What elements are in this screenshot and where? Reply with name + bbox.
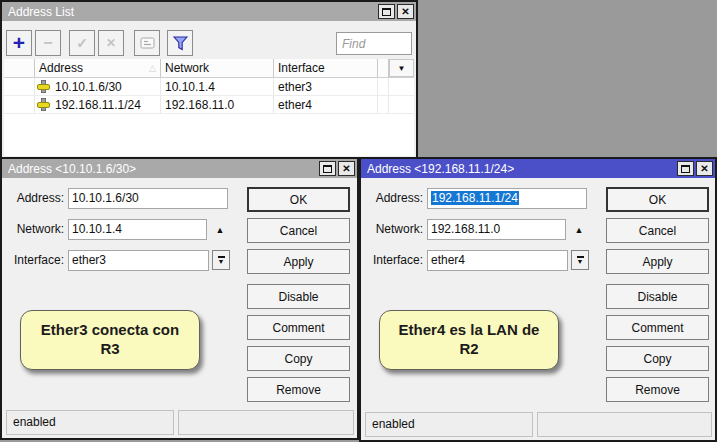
maximize-button[interactable] bbox=[378, 4, 395, 19]
close-button[interactable]: ✕ bbox=[696, 161, 713, 176]
cell-address: 10.10.1.6/30 bbox=[55, 80, 122, 94]
minus-icon: − bbox=[43, 34, 52, 52]
maximize-button[interactable] bbox=[677, 161, 694, 176]
address-label: Address: bbox=[2, 188, 64, 209]
comment-button[interactable]: Comment bbox=[606, 315, 709, 340]
network-field[interactable]: 192.168.11.0 bbox=[427, 219, 566, 240]
disable-button[interactable]: Disable bbox=[606, 284, 709, 309]
status-text: enabled bbox=[6, 410, 174, 435]
interface-dropdown-button[interactable]: ▼ bbox=[571, 250, 589, 270]
cell-interface: ether3 bbox=[274, 78, 378, 95]
window-title: Address <10.10.1.6/30> bbox=[8, 162, 317, 176]
filter-button[interactable] bbox=[167, 30, 193, 56]
network-label: Network: bbox=[361, 219, 423, 240]
cell-interface: ether4 bbox=[274, 96, 378, 113]
apply-button[interactable]: Apply bbox=[606, 249, 709, 274]
arrow-up-icon: ▲ bbox=[216, 225, 225, 235]
copy-button[interactable]: Copy bbox=[247, 346, 350, 371]
header-cell-interface[interactable]: Interface bbox=[274, 59, 378, 77]
header-cell-blank[interactable] bbox=[4, 59, 35, 77]
cross-icon: ✕ bbox=[106, 36, 116, 50]
enable-button[interactable]: ✓ bbox=[69, 30, 95, 56]
interface-label: Interface: bbox=[361, 250, 423, 271]
close-button[interactable]: ✕ bbox=[338, 161, 355, 176]
filter-icon bbox=[172, 35, 189, 52]
close-icon: ✕ bbox=[342, 164, 350, 174]
disable-button[interactable]: Disable bbox=[247, 284, 350, 309]
window-title: Address List bbox=[8, 5, 376, 19]
dialog-titlebar[interactable]: Address <10.10.1.6/30> ✕ bbox=[2, 159, 357, 178]
desktop: { "desktop": { "background": "#9a9a9a" }… bbox=[0, 0, 717, 442]
annotation-note: Ether3 conecta con R3 bbox=[20, 310, 200, 370]
network-label: Network: bbox=[2, 219, 64, 240]
disable-button[interactable]: ✕ bbox=[98, 30, 124, 56]
address-field[interactable]: 10.10.1.6/30 bbox=[68, 188, 228, 209]
chevron-down-icon: ▼ bbox=[398, 64, 406, 73]
arrow-up-icon: ▲ bbox=[575, 225, 584, 235]
address-table: Address △ Network Interface ▼ 10.10.1.6/… bbox=[4, 59, 414, 156]
header-cell-address[interactable]: Address △ bbox=[35, 59, 161, 77]
plus-icon: + bbox=[13, 32, 25, 53]
header-cell-spacer bbox=[378, 59, 389, 77]
ok-button[interactable]: OK bbox=[606, 187, 709, 212]
selected-text: 192.168.11.1/24 bbox=[431, 191, 519, 205]
remove-button[interactable]: − bbox=[35, 30, 61, 56]
column-menu-button[interactable]: ▼ bbox=[389, 59, 414, 77]
address-dialog-ether3: Address <10.10.1.6/30> ✕ Address: 10.10.… bbox=[0, 157, 359, 440]
status-cell-empty bbox=[537, 412, 712, 437]
interface-label: Interface: bbox=[2, 250, 64, 271]
network-up-arrow[interactable]: ▲ bbox=[570, 219, 588, 240]
address-dialog-ether4: Address <192.168.11.1/24> ✕ Address: 192… bbox=[359, 157, 717, 442]
combo-down-icon: ▼ bbox=[577, 259, 584, 265]
comment-button[interactable]: Comment bbox=[247, 315, 350, 340]
network-field[interactable]: 10.10.1.4 bbox=[68, 219, 207, 240]
interface-dropdown-button[interactable]: ▼ bbox=[212, 250, 230, 270]
address-list-window: Address List ✕ + − ✓ ✕ Address △ bbox=[0, 0, 418, 160]
maximize-icon bbox=[681, 165, 690, 173]
table-row[interactable]: 192.168.11.1/24 192.168.11.0 ether4 bbox=[4, 96, 414, 114]
find-input[interactable] bbox=[336, 32, 412, 55]
cell-network: 10.10.1.4 bbox=[161, 78, 274, 95]
table-header: Address △ Network Interface ▼ bbox=[4, 59, 414, 78]
window-title: Address <192.168.11.1/24> bbox=[367, 162, 675, 176]
cancel-button[interactable]: Cancel bbox=[606, 218, 709, 243]
address-field[interactable]: 192.168.11.1/24 bbox=[427, 188, 587, 209]
ip-address-icon bbox=[37, 98, 50, 111]
check-icon: ✓ bbox=[76, 35, 88, 51]
maximize-icon bbox=[382, 8, 391, 16]
interface-field[interactable]: ether4 bbox=[427, 250, 568, 271]
close-icon: ✕ bbox=[401, 7, 409, 17]
address-list-titlebar[interactable]: Address List ✕ bbox=[2, 2, 416, 21]
comment-icon bbox=[140, 37, 155, 49]
address-label: Address: bbox=[361, 188, 423, 209]
remove-button[interactable]: Remove bbox=[247, 377, 350, 402]
close-button[interactable]: ✕ bbox=[397, 4, 414, 19]
copy-button[interactable]: Copy bbox=[606, 346, 709, 371]
add-button[interactable]: + bbox=[6, 30, 32, 56]
comment-button[interactable] bbox=[134, 30, 160, 56]
apply-button[interactable]: Apply bbox=[247, 249, 350, 274]
maximize-icon bbox=[323, 165, 332, 173]
dialog-titlebar[interactable]: Address <192.168.11.1/24> ✕ bbox=[361, 159, 715, 178]
network-up-arrow[interactable]: ▲ bbox=[211, 219, 229, 240]
maximize-button[interactable] bbox=[319, 161, 336, 176]
close-icon: ✕ bbox=[700, 164, 708, 174]
annotation-note: Ether4 es la LAN de R2 bbox=[379, 310, 559, 370]
status-cell-empty bbox=[178, 410, 354, 435]
sort-asc-icon: △ bbox=[149, 63, 156, 73]
status-text: enabled bbox=[365, 412, 533, 437]
cell-address: 192.168.11.1/24 bbox=[55, 98, 141, 112]
table-row[interactable]: 10.10.1.6/30 10.10.1.4 ether3 bbox=[4, 78, 414, 96]
interface-field[interactable]: ether3 bbox=[68, 250, 209, 271]
ok-button[interactable]: OK bbox=[247, 187, 350, 212]
header-cell-network[interactable]: Network bbox=[161, 59, 274, 77]
remove-button[interactable]: Remove bbox=[606, 377, 709, 402]
combo-down-icon: ▼ bbox=[218, 259, 225, 265]
ip-address-icon bbox=[37, 80, 50, 93]
cancel-button[interactable]: Cancel bbox=[247, 218, 350, 243]
cell-network: 192.168.11.0 bbox=[161, 96, 274, 113]
